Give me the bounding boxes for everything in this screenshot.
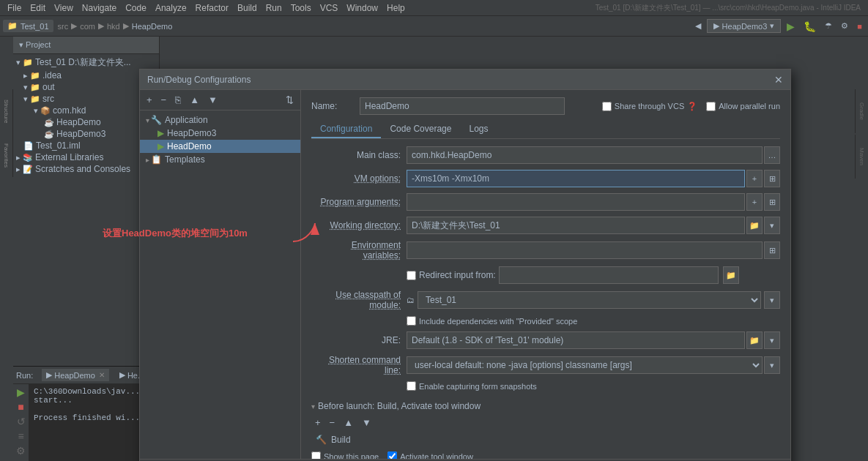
dtree-application[interactable]: ▾ 🔧 Application [140, 113, 300, 127]
include-deps-row: Include dependencies with "Provided" sco… [311, 316, 780, 326]
share-vcs-help[interactable]: ❓ [687, 102, 697, 111]
run-rerun-btn[interactable]: ↺ [16, 415, 26, 428]
env-vars-browse-btn[interactable]: ⊞ [764, 241, 780, 259]
tree-item-out[interactable]: ▾ 📁 out [13, 81, 159, 93]
dialog-copy-btn[interactable]: ⎘ [171, 93, 185, 107]
menu-edit[interactable]: Edit [26, 3, 50, 13]
run-settings-btn[interactable]: ⚙ [15, 444, 26, 457]
run-play-btn[interactable]: ▶ [16, 386, 26, 399]
dialog-sort-btn[interactable]: ⇅ [282, 93, 297, 107]
program-args-fullscreen-btn[interactable]: ⊞ [764, 193, 780, 211]
name-input[interactable] [360, 97, 565, 115]
breadcrumb: src ▶ com ▶ hkd ▶ HeapDemo [58, 21, 173, 31]
coverage-btn[interactable]: ☂ [822, 20, 835, 32]
program-args-input[interactable] [407, 193, 745, 211]
tab-code-coverage[interactable]: Code Coverage [381, 121, 460, 138]
redirect-checkbox[interactable] [407, 271, 416, 280]
redirect-path-input[interactable] [499, 266, 719, 284]
gradle-icon[interactable]: Gradle [855, 89, 868, 133]
tab-logs[interactable]: Logs [460, 121, 497, 138]
include-deps-checkbox[interactable] [407, 316, 416, 326]
menu-navigate[interactable]: Navigate [78, 3, 121, 13]
menu-file[interactable]: File [3, 3, 26, 13]
program-args-expand-btn[interactable]: + [746, 193, 763, 211]
working-dir-input[interactable] [407, 217, 745, 234]
classpath-select[interactable]: Test_01 [418, 291, 761, 309]
redirect-browse-btn[interactable]: 📁 [723, 266, 739, 284]
dtree-heapdemo3[interactable]: ▶ HeapDemo3 [140, 127, 300, 140]
tree-item-idea[interactable]: ▸ 📁 .idea [13, 70, 159, 81]
dialog-tree: ▾ 🔧 Application ▶ HeapDemo3 ▶ HeadDemo [140, 110, 300, 459]
dialog-move-down-btn[interactable]: ▼ [204, 93, 221, 107]
favorites-icon[interactable]: Favorites [0, 133, 13, 177]
settings-btn[interactable]: ⚙ [838, 20, 851, 32]
before-launch-header: ▾ Before launch: Build, Activate tool wi… [311, 401, 780, 411]
before-launch-remove-btn[interactable]: − [326, 416, 339, 430]
dialog-close-btn[interactable]: ✕ [774, 74, 783, 86]
menu-tools[interactable]: Tools [286, 3, 316, 13]
working-dir-expand-btn[interactable]: ▾ [764, 217, 780, 234]
menu-code[interactable]: Code [121, 3, 151, 13]
tab-configuration[interactable]: Configuration [311, 121, 381, 138]
structure-icon[interactable]: Structure [0, 89, 13, 133]
menu-window[interactable]: Window [342, 3, 382, 13]
dialog-titlebar: Run/Debug Configurations ✕ [140, 70, 790, 90]
vm-options-fullscreen-btn[interactable]: ⊞ [764, 170, 780, 187]
stop-btn[interactable]: ■ [854, 20, 865, 32]
before-launch-up-btn[interactable]: ▲ [340, 416, 357, 430]
dtree-templates[interactable]: ▸ 📋 Templates [140, 153, 300, 166]
tree-item-scratches[interactable]: ▸ 📝 Scratches and Consoles [13, 163, 159, 175]
main-class-browse-btn[interactable]: … [764, 146, 780, 164]
before-launch-add-btn[interactable]: + [311, 416, 324, 430]
dtree-headdemo[interactable]: ▶ HeadDemo [140, 140, 300, 153]
run-tab-heapdemo[interactable]: ▶ HeapDemo ✕ [42, 369, 109, 381]
before-launch-down-btn[interactable]: ▼ [358, 416, 375, 430]
show-page-checkbox[interactable] [311, 451, 321, 459]
tree-item-src[interactable]: ▾ 📁 src [13, 93, 159, 105]
tree-item-test01[interactable]: ▾ 📁 Test_01 D:\新建文件夹... [13, 56, 159, 70]
dialog-remove-btn[interactable]: − [157, 93, 171, 107]
tree-item-heapdemo3[interactable]: ☕ HeapDemo3 [13, 128, 159, 140]
dialog-add-btn[interactable]: + [143, 93, 156, 107]
tree-item-iml[interactable]: 📄 Test_01.iml [13, 140, 159, 151]
working-dir-browse-btn[interactable]: 📁 [746, 217, 763, 234]
menu-refactor[interactable]: Refactor [191, 3, 233, 13]
run-config-chevron: ▾ [770, 21, 774, 31]
menu-analyze[interactable]: Analyze [151, 3, 191, 13]
run-config-icon: ▶ [713, 21, 719, 31]
allow-parallel-checkbox[interactable] [706, 102, 716, 111]
run-line-4: Process finished wi... [34, 413, 140, 422]
debug-btn[interactable]: 🐛 [801, 19, 819, 34]
shorten-cmd-expand-btn[interactable]: ▾ [764, 356, 780, 374]
jre-input[interactable] [407, 331, 745, 349]
jre-browse-btn[interactable]: 📁 [746, 331, 763, 349]
menu-build[interactable]: Build [233, 3, 261, 13]
menu-view[interactable]: View [50, 3, 78, 13]
menu-vcs[interactable]: VCS [316, 3, 343, 13]
main-class-input[interactable] [407, 146, 763, 164]
share-vcs-checkbox[interactable] [602, 102, 612, 111]
shorten-cmd-select[interactable]: user-local default: none -java [options]… [407, 356, 763, 374]
vm-options-expand-btn[interactable]: + [746, 170, 763, 187]
tree-item-ext-libs[interactable]: ▸ 📚 External Libraries [13, 151, 159, 163]
project-selector[interactable]: 📁 Test_01 [3, 20, 53, 32]
back-btn[interactable]: ◀ [692, 20, 704, 32]
menu-run[interactable]: Run [261, 3, 286, 13]
activate-tool-checkbox[interactable] [387, 451, 397, 459]
jre-expand-btn[interactable]: ▾ [764, 331, 780, 349]
run-config-selector[interactable]: ▶ HeapDemo3 ▾ [707, 19, 782, 33]
run-btn[interactable]: ▶ [784, 19, 798, 34]
enable-capture-checkbox[interactable] [407, 381, 416, 391]
menu-help[interactable]: Help [382, 3, 409, 13]
dialog-move-up-btn[interactable]: ▲ [186, 93, 203, 107]
run-stop-btn[interactable]: ■ [17, 400, 24, 413]
before-launch-collapse-icon[interactable]: ▾ [311, 402, 315, 411]
tree-item-heapdemo[interactable]: ☕ HeapDemo [13, 116, 159, 128]
run-scroll-btn[interactable]: ≡ [17, 430, 24, 443]
env-vars-input[interactable] [407, 241, 763, 259]
maven-icon[interactable]: Maven [855, 135, 868, 179]
vm-options-input[interactable] [407, 170, 745, 187]
classpath-expand-btn[interactable]: ▾ [764, 291, 780, 309]
tree-item-comhkd[interactable]: ▾ 📦 com.hkd [13, 105, 159, 116]
run-tab-close-heapdemo[interactable]: ✕ [99, 371, 105, 379]
